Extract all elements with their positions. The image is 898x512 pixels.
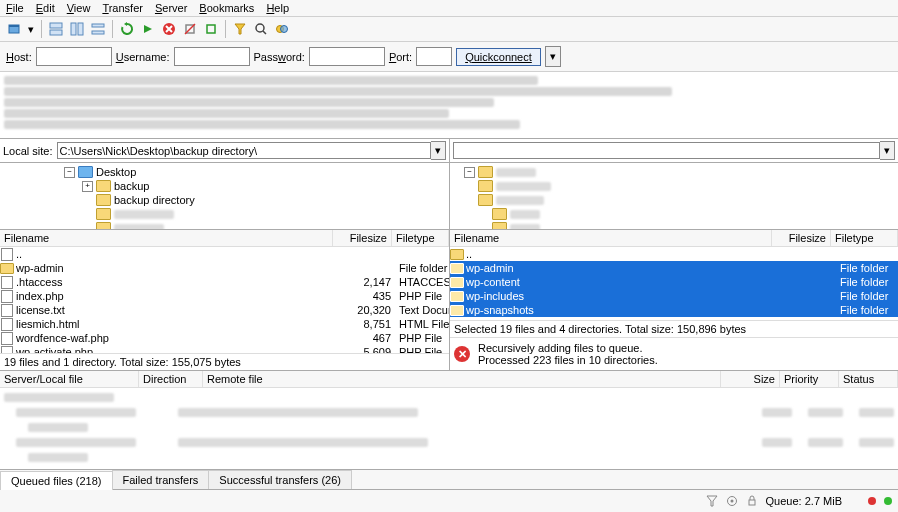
lock-status-icon[interactable] [746, 495, 758, 507]
list-item[interactable]: wp-contentFile folder [450, 275, 898, 289]
col-remote-file[interactable]: Remote file [203, 371, 721, 387]
username-label: Username: [116, 51, 170, 63]
compare-icon[interactable] [272, 19, 292, 39]
list-item[interactable]: license.txt20,320Text Document [0, 303, 449, 317]
status-bar: Queue: 2.7 MiB [0, 490, 898, 512]
menu-edit[interactable]: Edit [36, 2, 55, 14]
list-item[interactable]: wp-activate.php5,609PHP File [0, 345, 449, 353]
settings-status-icon[interactable] [726, 495, 738, 507]
local-status: 19 files and 1 directory. Total size: 15… [0, 353, 449, 370]
remote-path-input[interactable] [453, 142, 880, 159]
col-filename[interactable]: Filename [0, 230, 333, 246]
svg-rect-4 [71, 23, 76, 35]
remote-list-body[interactable]: ..wp-adminFile folderwp-contentFile fold… [450, 247, 898, 320]
tree-row: −Desktop +backup backup directory − [0, 163, 898, 230]
tree-node-backup[interactable]: backup [114, 180, 149, 192]
toggle-tree-icon[interactable] [67, 19, 87, 39]
refresh-icon[interactable] [117, 19, 137, 39]
col-direction[interactable]: Direction [139, 371, 203, 387]
site-manager-dropdown-icon[interactable]: ▾ [25, 19, 37, 39]
password-input[interactable] [309, 47, 385, 66]
tab-successful-transfers[interactable]: Successful transfers (26) [208, 470, 352, 489]
quickconnect-history-dropdown[interactable]: ▾ [545, 46, 561, 67]
disconnect-icon[interactable] [180, 19, 200, 39]
process-queue-icon[interactable] [138, 19, 158, 39]
col-filetype[interactable]: Filetype [392, 230, 449, 246]
tab-queued-files[interactable]: Queued files (218) [0, 471, 113, 490]
menu-bookmarks[interactable]: Bookmarks [199, 2, 254, 14]
filter-icon[interactable] [230, 19, 250, 39]
list-item[interactable]: wp-adminFile folder [450, 261, 898, 275]
toggle-queue-icon[interactable] [88, 19, 108, 39]
svg-rect-2 [50, 23, 62, 28]
quickconnect-button[interactable]: Quickconnect [456, 48, 541, 66]
list-item[interactable]: wordfence-waf.php467PHP File [0, 331, 449, 345]
list-item[interactable]: wp-includesFile folder [450, 289, 898, 303]
svg-rect-3 [50, 30, 62, 35]
tree-node-backup-directory[interactable]: backup directory [114, 194, 195, 206]
col-filesize[interactable]: Filesize [333, 230, 392, 246]
password-label: Password: [254, 51, 305, 63]
col-filetype[interactable]: Filetype [831, 230, 898, 246]
menu-help[interactable]: Help [266, 2, 289, 14]
quickconnect-bar: Host: Username: Password: Port: Quickcon… [0, 42, 898, 72]
filter-status-icon[interactable] [706, 495, 718, 507]
col-filename[interactable]: Filename [450, 230, 772, 246]
menu-server[interactable]: Server [155, 2, 187, 14]
queue-message: ✕ Recursively adding files to queue. Pro… [450, 337, 898, 370]
col-status[interactable]: Status [839, 371, 898, 387]
host-label: Host: [6, 51, 32, 63]
toggle-log-icon[interactable] [46, 19, 66, 39]
status-dot-1 [868, 497, 876, 505]
cancel-icon[interactable] [159, 19, 179, 39]
port-label: Port: [389, 51, 412, 63]
queue-tabs: Queued files (218) Failed transfers Succ… [0, 470, 898, 490]
list-item[interactable]: .. [0, 247, 449, 261]
col-filesize[interactable]: Filesize [772, 230, 831, 246]
svg-point-17 [730, 500, 733, 503]
tab-failed-transfers[interactable]: Failed transfers [112, 470, 210, 489]
svg-rect-11 [207, 25, 215, 33]
menu-file[interactable]: File [6, 2, 24, 14]
reconnect-icon[interactable] [201, 19, 221, 39]
message-log[interactable] [0, 72, 898, 139]
list-item[interactable]: wp-adminFile folder [0, 261, 449, 275]
transfer-body[interactable] [0, 388, 898, 469]
error-icon: ✕ [454, 346, 470, 362]
menu-view[interactable]: View [67, 2, 91, 14]
svg-point-15 [281, 26, 288, 33]
site-manager-icon[interactable] [4, 19, 24, 39]
list-item[interactable]: .htaccess2,147HTACCESS [0, 275, 449, 289]
col-server-local[interactable]: Server/Local file [0, 371, 139, 387]
local-list-body[interactable]: ..wp-adminFile folder.htaccess2,147HTACC… [0, 247, 449, 353]
list-item[interactable]: .. [450, 247, 898, 261]
list-item[interactable]: index.php435PHP File [0, 289, 449, 303]
local-path-dropdown[interactable]: ▾ [431, 141, 446, 160]
username-input[interactable] [174, 47, 250, 66]
queue-msg-1: Recursively adding files to queue. [478, 342, 658, 354]
host-input[interactable] [36, 47, 112, 66]
list-item[interactable]: liesmich.html8,751HTML File [0, 317, 449, 331]
search-icon[interactable] [251, 19, 271, 39]
status-dot-2 [884, 497, 892, 505]
file-lists-row: Filename Filesize Filetype ..wp-adminFil… [0, 230, 898, 371]
local-site-label: Local site: [3, 145, 57, 157]
remote-tree[interactable]: − [450, 163, 898, 229]
svg-rect-5 [78, 23, 83, 35]
local-path-input[interactable] [57, 142, 431, 159]
transfer-queue: Server/Local file Direction Remote file … [0, 371, 898, 470]
remote-status: Selected 19 files and 4 directories. Tot… [450, 320, 898, 337]
remote-path-dropdown[interactable]: ▾ [880, 141, 895, 160]
menu-transfer[interactable]: Transfer [102, 2, 143, 14]
col-size[interactable]: Size [721, 371, 780, 387]
site-path-bar: Local site: ▾ ▾ [0, 139, 898, 163]
local-tree[interactable]: −Desktop +backup backup directory [0, 163, 450, 229]
local-file-list: Filename Filesize Filetype ..wp-adminFil… [0, 230, 450, 370]
svg-point-12 [256, 24, 264, 32]
tree-node-desktop[interactable]: Desktop [96, 166, 136, 178]
list-item[interactable]: wp-snapshotsFile folder [450, 303, 898, 317]
svg-rect-1 [9, 25, 19, 27]
col-priority[interactable]: Priority [780, 371, 839, 387]
queue-size: Queue: 2.7 MiB [766, 495, 842, 507]
port-input[interactable] [416, 47, 452, 66]
